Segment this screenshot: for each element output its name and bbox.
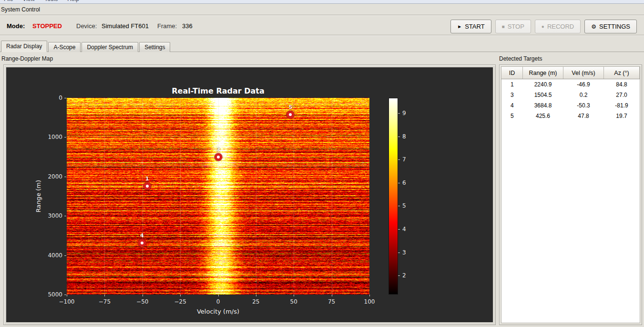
plot-axes [67, 98, 369, 295]
target-row-3[interactable]: 31504.50.227.0 [501, 90, 640, 100]
settings-icon: ⚙ [591, 24, 596, 30]
x-tick-label: −75 [90, 298, 119, 306]
target-cell: -81.9 [604, 100, 640, 111]
x-tick-mark [143, 295, 143, 296]
colorbar-tick-label: 3 [402, 249, 417, 256]
main-tab-bar: Radar DisplayA-ScopeDoppler SpectrumSett… [1, 41, 171, 52]
x-tick-label: −25 [166, 298, 194, 306]
x-tick-mark [67, 295, 67, 296]
detected-targets-label: Detected Targets [499, 55, 542, 62]
start-button-label: START [465, 23, 484, 30]
target-cell: 47.8 [563, 111, 604, 121]
target-marker-label: 3 [211, 147, 225, 153]
col-header-range-m-[interactable]: Range (m) [523, 67, 563, 79]
frame-counter: 336 [182, 22, 193, 30]
mode-value: STOPPED [32, 22, 62, 30]
target-cell: 5 [501, 111, 523, 121]
colorbar-tick-mark [398, 206, 400, 206]
target-marker-1 [143, 182, 151, 190]
group-divider-top [0, 15, 644, 16]
y-axis-label: Range (m) [35, 180, 42, 212]
group-divider-bottom [0, 35, 644, 36]
range-doppler-heatmap [67, 98, 369, 295]
tab-doppler-spectrum[interactable]: Doppler Spectrum [82, 42, 138, 52]
start-icon: ► [457, 24, 462, 29]
radar-app-window: FileViewToolsHelp System Control Mode: S… [0, 0, 644, 327]
tab-radar-display[interactable]: Radar Display [1, 41, 47, 52]
tab-a-scope[interactable]: A-Scope [48, 42, 81, 52]
col-header-id[interactable]: ID [501, 67, 523, 79]
target-cell: 425.6 [523, 111, 563, 121]
menu-help[interactable]: Help [67, 0, 79, 2]
x-tick-label: 50 [279, 298, 308, 306]
target-cell: 3 [501, 90, 523, 100]
frame-label: Frame: [157, 22, 177, 30]
target-row-1[interactable]: 12240.9-46.984.8 [501, 79, 640, 90]
device-label: Device: [76, 22, 97, 30]
target-marker-4 [138, 239, 146, 247]
x-tick-label: 100 [355, 298, 384, 306]
target-cell: 1 [501, 79, 523, 90]
system-control-group-title: System Control [1, 6, 40, 13]
y-tick-label: 1000 [34, 133, 62, 141]
stop-button[interactable]: ■STOP [495, 20, 531, 33]
y-tick-mark [64, 216, 66, 216]
mode-label: Mode: [7, 22, 25, 30]
plot-title: Real-Time Radar Data [67, 86, 369, 95]
menu-tools[interactable]: Tools [44, 0, 58, 2]
target-row-5[interactable]: 5425.647.819.7 [501, 111, 640, 121]
target-marker-3 [215, 153, 222, 161]
colorbar-tick-mark [398, 275, 400, 276]
col-header-vel-m-s-[interactable]: Vel (m/s) [563, 67, 604, 79]
target-row-4[interactable]: 43684.8-50.3-81.9 [501, 100, 640, 111]
target-cell: 19.7 [604, 111, 640, 121]
target-marker-label: 1 [140, 176, 154, 182]
colorbar-tick-mark [398, 113, 400, 114]
record-icon: ● [542, 24, 544, 29]
x-tick-mark [256, 295, 256, 296]
y-tick-mark [64, 98, 66, 98]
stop-button-label: STOP [508, 23, 524, 30]
stop-icon: ■ [502, 24, 505, 29]
x-tick-mark [180, 295, 181, 296]
range-doppler-plot: Real-Time Radar Data Velocity (m/s) Rang… [6, 67, 493, 322]
x-tick-mark [218, 295, 219, 296]
target-cell: 27.0 [604, 90, 640, 100]
target-marker-label: 4 [135, 232, 149, 239]
detected-targets-table: IDRange (m)Vel (m/s)Az (°) 12240.9-46.98… [501, 67, 640, 121]
start-button[interactable]: ►START [450, 20, 491, 33]
range-doppler-map-label: Range-Doppler Map [1, 55, 53, 62]
colorbar-tick-mark [398, 229, 400, 230]
colorbar-tick-label: 7 [402, 156, 417, 163]
targets-table-container: IDRange (m)Vel (m/s)Az (°) 12240.9-46.98… [501, 66, 640, 323]
menu-view[interactable]: View [22, 0, 35, 2]
menu-file[interactable]: File [4, 0, 13, 2]
y-tick-label: 5000 [34, 291, 62, 298]
target-cell: -50.3 [563, 100, 604, 111]
y-tick-mark [64, 137, 66, 137]
y-tick-label: 3000 [34, 212, 62, 220]
target-marker-label: 5 [283, 104, 297, 110]
detected-targets-panel: IDRange (m)Vel (m/s)Az (°) 12240.9-46.98… [499, 64, 642, 325]
x-tick-label: 0 [204, 298, 233, 306]
settings-button[interactable]: ⚙SETTINGS [584, 20, 637, 33]
record-button[interactable]: ●RECORD [535, 20, 581, 33]
plot-panel-frame: Real-Time Radar Data Velocity (m/s) Rang… [3, 64, 496, 325]
col-header-az-[interactable]: Az (°) [604, 67, 640, 79]
x-tick-label: 75 [317, 298, 346, 306]
y-tick-label: 0 [34, 94, 62, 102]
target-cell: -46.9 [563, 79, 604, 90]
tab-settings[interactable]: Settings [139, 42, 170, 52]
target-cell: 4 [501, 100, 523, 111]
colorbar-tick-mark [398, 183, 400, 183]
target-cell: 2240.9 [523, 79, 563, 90]
x-tick-mark [294, 295, 294, 296]
target-cell: 1504.5 [523, 90, 563, 100]
colorbar-tick-mark [398, 159, 400, 160]
device-value: Simulated FT601 [102, 22, 149, 30]
x-tick-label: −100 [52, 298, 81, 306]
colorbar-tick-mark [398, 253, 400, 253]
x-tick-label: −50 [128, 298, 157, 306]
menu-bar: FileViewToolsHelp [0, 0, 644, 4]
colorbar-tick-label: 6 [402, 179, 417, 187]
